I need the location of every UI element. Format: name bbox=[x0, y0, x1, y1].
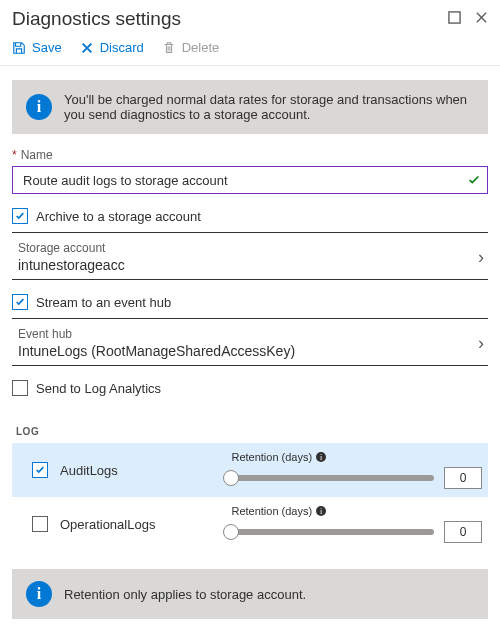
log-section-heading: LOG bbox=[16, 426, 488, 437]
slider-thumb[interactable] bbox=[223, 470, 239, 486]
retention-label: Retention (days) i bbox=[231, 451, 482, 463]
retention-value-operationallogs[interactable]: 0 bbox=[444, 521, 482, 543]
delete-button[interactable]: Delete bbox=[162, 40, 220, 55]
send-loganalytics-row: Send to Log Analytics bbox=[12, 380, 488, 396]
retention-label: Retention (days) i bbox=[231, 505, 482, 517]
eventhub-value: IntuneLogs (RootManageSharedAccessKey) bbox=[18, 343, 295, 359]
close-icon[interactable] bbox=[475, 11, 488, 27]
stream-eventhub-label: Stream to an event hub bbox=[36, 295, 171, 310]
stream-eventhub-row: Stream to an event hub bbox=[12, 294, 488, 310]
title-bar: Diagnostics settings bbox=[0, 0, 500, 34]
save-button[interactable]: Save bbox=[12, 40, 62, 55]
stream-eventhub-checkbox[interactable] bbox=[12, 294, 28, 310]
log-auditlogs-name: AuditLogs bbox=[60, 463, 118, 478]
storage-account-picker[interactable]: Storage account intunestorageacc › bbox=[12, 233, 488, 280]
name-label: *Name bbox=[12, 148, 488, 162]
log-operationallogs-checkbox[interactable] bbox=[32, 516, 48, 532]
info-icon: i bbox=[26, 581, 52, 607]
svg-rect-0 bbox=[449, 12, 460, 23]
send-loganalytics-label: Send to Log Analytics bbox=[36, 381, 161, 396]
info-banner-text: You'll be charged normal data rates for … bbox=[64, 92, 474, 122]
delete-icon bbox=[162, 41, 176, 55]
window-controls bbox=[448, 11, 488, 27]
eventhub-label: Event hub bbox=[18, 327, 295, 341]
form-body: *Name Archive to a storage account Stora… bbox=[0, 148, 500, 551]
slider-thumb[interactable] bbox=[223, 524, 239, 540]
delete-label: Delete bbox=[182, 40, 220, 55]
storage-account-value: intunestorageacc bbox=[18, 257, 125, 273]
save-label: Save bbox=[32, 40, 62, 55]
retention-banner-text: Retention only applies to storage accoun… bbox=[64, 587, 306, 602]
archive-storage-checkbox[interactable] bbox=[12, 208, 28, 224]
log-auditlogs-checkbox[interactable] bbox=[32, 462, 48, 478]
discard-icon bbox=[80, 41, 94, 55]
maximize-icon[interactable] bbox=[448, 11, 461, 27]
name-input[interactable] bbox=[21, 172, 467, 189]
send-loganalytics-checkbox[interactable] bbox=[12, 380, 28, 396]
log-row-operationallogs: OperationalLogs Retention (days) i 0 bbox=[12, 497, 488, 551]
info-icon: i bbox=[26, 94, 52, 120]
diagnostics-settings-blade: Diagnostics settings Save Discard Delete… bbox=[0, 0, 500, 619]
archive-storage-label: Archive to a storage account bbox=[36, 209, 201, 224]
retention-slider-auditlogs[interactable] bbox=[231, 475, 434, 481]
info-tooltip-icon[interactable]: i bbox=[316, 506, 326, 516]
validation-check-icon bbox=[467, 173, 481, 187]
name-input-wrap[interactable] bbox=[12, 166, 488, 194]
eventhub-picker[interactable]: Event hub IntuneLogs (RootManageSharedAc… bbox=[12, 319, 488, 366]
retention-value-auditlogs[interactable]: 0 bbox=[444, 467, 482, 489]
info-tooltip-icon[interactable]: i bbox=[316, 452, 326, 462]
required-mark: * bbox=[12, 148, 17, 162]
info-banner-storage-charge: i You'll be charged normal data rates fo… bbox=[12, 80, 488, 134]
discard-button[interactable]: Discard bbox=[80, 40, 144, 55]
page-title: Diagnostics settings bbox=[12, 8, 181, 30]
save-icon bbox=[12, 41, 26, 55]
chevron-right-icon: › bbox=[478, 333, 484, 354]
command-bar: Save Discard Delete bbox=[0, 34, 500, 66]
log-row-auditlogs: AuditLogs Retention (days) i 0 bbox=[12, 443, 488, 497]
archive-storage-row: Archive to a storage account bbox=[12, 208, 488, 224]
info-banner-retention: i Retention only applies to storage acco… bbox=[12, 569, 488, 619]
storage-account-label: Storage account bbox=[18, 241, 125, 255]
retention-slider-operationallogs[interactable] bbox=[231, 529, 434, 535]
chevron-right-icon: › bbox=[478, 247, 484, 268]
log-operationallogs-name: OperationalLogs bbox=[60, 517, 155, 532]
discard-label: Discard bbox=[100, 40, 144, 55]
